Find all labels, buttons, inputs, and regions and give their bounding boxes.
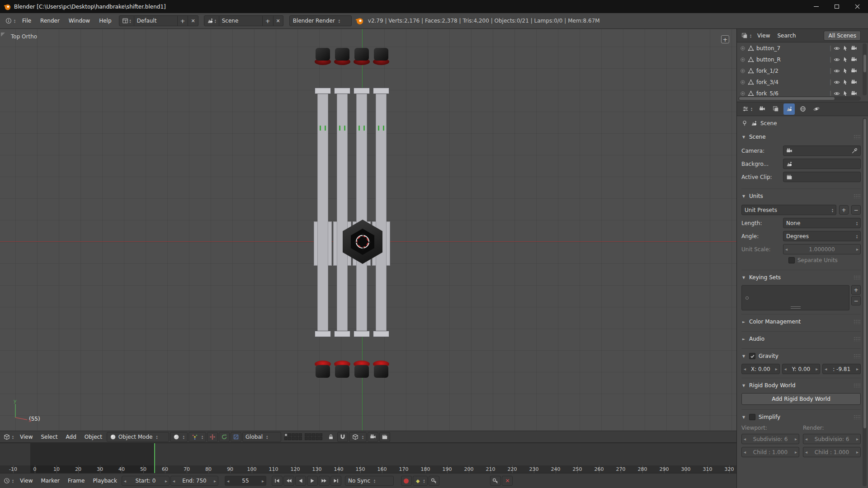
viewport-menu-add[interactable]: Add: [62, 431, 80, 442]
frame-start-field[interactable]: ◂ Start: 0 ▸: [122, 476, 170, 486]
sync-mode-dropdown[interactable]: No Sync ▴▾: [345, 476, 394, 486]
decrement-arrow-icon[interactable]: ◂: [825, 366, 827, 371]
screen-layout-browse-button[interactable]: ▴▾: [119, 15, 134, 26]
timeline-menu-view[interactable]: View: [16, 474, 36, 488]
expand-region-plus-icon[interactable]: +: [721, 35, 729, 43]
fork-plate[interactable]: [373, 88, 389, 94]
panel-keying-sets-header[interactable]: ▼ Keying Sets: [741, 272, 861, 283]
render-restrict-icon[interactable]: [851, 90, 857, 96]
fork-plate[interactable]: [315, 331, 331, 337]
menu-render[interactable]: Render: [36, 13, 64, 28]
maximize-button[interactable]: [826, 0, 847, 13]
viewport-shading-dropdown[interactable]: ▴▾: [170, 432, 188, 442]
outliner-row[interactable]: fork_1/2 |: [740, 65, 868, 76]
manipulator-translate-button[interactable]: [207, 432, 218, 442]
lock-to-scene-button[interactable]: [326, 432, 336, 442]
fork-plate[interactable]: [373, 331, 389, 337]
add-scene-button[interactable]: +: [263, 15, 274, 26]
gravity-y-field[interactable]: ◂ Y: 0.00 ▸: [782, 364, 821, 374]
outliner-row[interactable]: button_7 |: [740, 42, 868, 54]
editor-type-selector-timeline[interactable]: ▴▾: [2, 476, 15, 486]
snap-element-dropdown[interactable]: ▴▾: [349, 432, 367, 442]
increment-arrow-icon[interactable]: ▸: [262, 479, 264, 483]
panel-simplify-header[interactable]: ▼ Simplify: [741, 411, 861, 423]
decrement-arrow-icon[interactable]: ◂: [784, 366, 787, 371]
panel-drag-dots[interactable]: [854, 275, 861, 280]
cursor-select-icon[interactable]: [842, 90, 849, 96]
panel-drag-dots[interactable]: [854, 415, 861, 419]
keying-set-dropdown[interactable]: ◆ ▴▾: [413, 476, 428, 486]
panel-rigid-body-header[interactable]: ▼ Rigid Body World: [741, 380, 861, 391]
panel-drag-dots[interactable]: [854, 135, 861, 139]
eye-icon[interactable]: [834, 68, 840, 74]
viewport-menu-view[interactable]: View: [16, 431, 36, 442]
remove-preset-button[interactable]: −: [851, 205, 861, 215]
button-knob[interactable]: [354, 48, 370, 65]
cursor-select-icon[interactable]: [842, 79, 849, 85]
outliner-menu-view[interactable]: View: [754, 29, 773, 42]
eyedropper-icon[interactable]: [851, 148, 858, 154]
opengl-render-still-button[interactable]: [368, 432, 378, 442]
outliner-row[interactable]: fork_3/4 |: [740, 76, 868, 88]
gravity-x-field[interactable]: ◂ X: 0.00 ▸: [741, 364, 780, 374]
timeline-menu-marker[interactable]: Marker: [38, 474, 63, 488]
jump-next-keyframe-button[interactable]: [319, 476, 330, 486]
decrement-arrow-icon[interactable]: ◂: [124, 479, 126, 483]
object-name[interactable]: fork_3/4: [756, 79, 778, 85]
outliner-vertical-scrollbar[interactable]: [863, 43, 867, 95]
mode-dropdown[interactable]: Object Mode ▴▾: [107, 432, 169, 442]
panel-gravity-header[interactable]: ▼ Gravity: [741, 350, 861, 362]
cursor-select-icon[interactable]: [842, 68, 849, 74]
panel-color-management-header[interactable]: ► Color Management: [741, 316, 861, 328]
menu-file[interactable]: File: [18, 13, 35, 28]
fork-plate[interactable]: [334, 88, 350, 94]
cursor-select-icon[interactable]: [842, 45, 849, 52]
outliner-row[interactable]: fork_5/6 |: [740, 88, 868, 96]
screen-layout-name[interactable]: Default: [134, 15, 178, 26]
outliner-row[interactable]: button_R |: [740, 54, 868, 65]
editor-type-selector-info[interactable]: ▴▾: [4, 16, 17, 26]
expand-icon[interactable]: [740, 57, 745, 62]
length-dropdown[interactable]: None ▴▾: [783, 218, 861, 228]
close-button[interactable]: [847, 0, 868, 13]
fork-plate[interactable]: [315, 88, 331, 94]
minimize-button[interactable]: [806, 0, 826, 13]
panel-drag-dots[interactable]: [854, 319, 861, 324]
fork-plate[interactable]: [354, 331, 370, 337]
editor-type-selector-properties[interactable]: ▴▾: [741, 104, 754, 114]
3d-viewport[interactable]: Top Ortho (55) y x +: [0, 29, 736, 431]
remove-keying-set-button[interactable]: −: [851, 296, 861, 305]
jump-prev-keyframe-button[interactable]: [283, 476, 294, 486]
object-name[interactable]: button_7: [756, 45, 780, 52]
panel-drag-dots[interactable]: [854, 383, 861, 388]
tab-render-layers[interactable]: [770, 103, 781, 115]
current-frame-field[interactable]: ◂ 55 ▸: [225, 476, 266, 486]
manipulator-rotate-button[interactable]: [219, 432, 230, 442]
increment-arrow-icon[interactable]: ▸: [775, 366, 778, 371]
layer-grid-left[interactable]: [284, 433, 302, 440]
transform-orientation-dropdown[interactable]: Global ▴▾: [242, 432, 281, 442]
play-reverse-button[interactable]: [295, 476, 306, 486]
viewport-menu-object[interactable]: Object: [81, 431, 106, 442]
delete-scene-button[interactable]: ✕: [274, 15, 283, 26]
panel-scene-header[interactable]: ▼ Scene: [741, 131, 861, 143]
increment-arrow-icon[interactable]: ▸: [816, 366, 818, 371]
button-knob[interactable]: [334, 361, 350, 378]
outliner-scope-dropdown[interactable]: All Scenes: [824, 31, 861, 41]
increment-arrow-icon[interactable]: ▸: [856, 366, 859, 371]
timeline-menu-frame[interactable]: Frame: [64, 474, 88, 488]
scene-browse-button[interactable]: ▴▾: [204, 15, 219, 26]
tab-physics[interactable]: [811, 103, 822, 115]
add-screen-layout-button[interactable]: +: [178, 15, 189, 26]
fork-plate[interactable]: [354, 88, 370, 94]
3d-cursor[interactable]: [357, 236, 368, 248]
render-restrict-icon[interactable]: [851, 68, 857, 74]
expand-icon[interactable]: [740, 68, 745, 74]
jump-to-start-button[interactable]: [272, 476, 283, 486]
decrement-arrow-icon[interactable]: ◂: [227, 479, 229, 483]
background-scene-field[interactable]: [783, 159, 861, 169]
keying-sets-list[interactable]: [741, 285, 849, 310]
snap-toggle-button[interactable]: [337, 432, 348, 442]
insert-keyframe-button[interactable]: [490, 476, 501, 486]
delete-screen-layout-button[interactable]: ✕: [188, 15, 198, 26]
